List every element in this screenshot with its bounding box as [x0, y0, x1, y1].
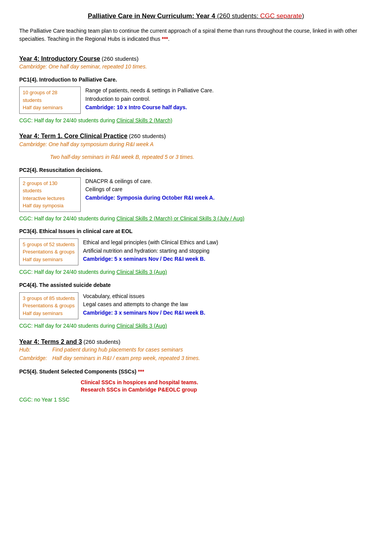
pc3-cgc-link: Clinical Skills 3 (Aug)	[116, 269, 167, 275]
page-title: Palliative Care in New Curriculum: Year …	[19, 12, 373, 21]
pc1-content-line2: Introduction to pain control.	[85, 95, 214, 103]
cgc-separate: CGC separate	[260, 12, 302, 20]
title-text: Palliative Care in New Curriculum: Year …	[88, 12, 215, 20]
pc1-content-line1: Range of patients, needs & settings in P…	[85, 87, 214, 95]
year4-term1-students: (260 students)	[129, 133, 166, 139]
pc1-cgc: CGC: Half day for 24/40 students during …	[19, 117, 373, 125]
pc3-row: 5 groups of 52 students Presentations & …	[19, 238, 373, 266]
pc4-content: Vocabulary, ethical issues Legal cases a…	[83, 292, 205, 320]
intro-paragraph: The Palliative Care teaching team plan t…	[19, 27, 373, 43]
year4-intro-subtitle: Cambridge: One half day seminar, repeate…	[19, 63, 373, 71]
pc4-content-line1: Vocabulary, ethical issues	[83, 292, 205, 301]
pc2-content-line1: DNACPR & ceilings of care.	[85, 177, 214, 186]
pc2-box-line3: Half day symposia	[23, 202, 77, 210]
pc3-box-line3: Half day seminars	[23, 256, 75, 263]
pc2-cgc: CGC: Half day for 24/40 students during …	[19, 215, 373, 223]
pc1-content: Range of patients, needs & settings in P…	[85, 87, 214, 114]
year4-terms23-cambridge-row: Cambridge: Half day seminars in R&I / ex…	[19, 355, 373, 362]
year4-terms23-students: (260 students)	[83, 338, 120, 345]
pc4-row: 3 groups of 85 students Presentations & …	[19, 292, 373, 320]
pc2-cambridge: Cambridge: Symposia during October R&I w…	[85, 194, 214, 202]
title-suffix: (260 students:	[217, 12, 260, 20]
pc2-content: DNACPR & ceilings of care. Ceilings of c…	[85, 177, 214, 212]
pc5-ssc-line1: Clinical SSCs in hospices and hospital t…	[81, 379, 373, 387]
pc1-title: PC1(4). Introduction to Palliative Care.	[19, 76, 373, 84]
pc5-cgc: CGC: no Year 1 SSC	[19, 396, 373, 404]
pc2-box-line2: Interactive lectures	[23, 195, 77, 202]
year4-terms23-title-text: Year 4: Terms 2 and 3	[19, 338, 82, 345]
cambridge-label: Cambridge:	[19, 355, 50, 362]
pc1-box-line2: Half day seminars	[23, 104, 77, 112]
pc2-info-box: 2 groups of 130 students Interactive lec…	[19, 177, 81, 212]
pc3-content-line1: Ethical and legal principles (with Clini…	[83, 238, 218, 247]
pc1-row: 10 groups of 28 students Half day semina…	[19, 87, 373, 114]
cambridge-text: Half day seminars in R&I / exam prep wee…	[52, 355, 200, 362]
pc2-box-line1: 2 groups of 130 students	[23, 180, 77, 195]
pc4-cambridge: Cambridge: 3 x seminars Nov / Dec R&I we…	[83, 309, 205, 317]
pc5-asterisks: ***	[138, 368, 144, 375]
year4-intro-title: Year 4: Introductory Course (260 student…	[19, 55, 373, 63]
pc4-box-line1: 3 groups of 85 students	[23, 295, 75, 302]
pc4-info-box: 3 groups of 85 students Presentations & …	[19, 292, 78, 320]
year4-term1-title-row: Year 4: Term 1. Core Clinical Practice (…	[19, 132, 373, 140]
pc1-info-box: 10 groups of 28 students Half day semina…	[19, 87, 81, 114]
pc5-section: PC5(4). Student Selected Components (SSC…	[19, 368, 373, 403]
asterisks-main: ***	[162, 36, 168, 42]
pc3-cgc: CGC: Half day for 24/40 students during …	[19, 268, 373, 276]
pc2-cgc-link: Clinical Skills 2 (March) or Clinical Sk…	[116, 215, 244, 222]
year4-terms23-hub-row: Hub: Find patient during hub placements …	[19, 346, 373, 354]
pc3-info-box: 5 groups of 52 students Presentations & …	[19, 238, 78, 266]
pc5-title: PC5(4). Student Selected Components (SSC…	[19, 368, 373, 376]
pc3-section: PC3(4). Ethical Issues in clinical care …	[19, 228, 373, 276]
pc4-section: PC4(4). The assisted suicide debate 3 gr…	[19, 282, 373, 330]
pc4-title: PC4(4). The assisted suicide debate	[19, 282, 373, 289]
pc5-ssc-line2: Research SSCs in Cambridge P&EOLC group	[81, 386, 373, 394]
year4-term1-subtitle1: Cambridge: One half day symposium during…	[19, 141, 373, 148]
year4-intro-section: Year 4: Introductory Course (260 student…	[19, 55, 373, 125]
hub-label: Hub:	[19, 346, 50, 354]
year4-terms23-title-row: Year 4: Terms 2 and 3 (260 students)	[19, 338, 373, 346]
hub-text: Find patient during hub placements for c…	[52, 346, 183, 354]
pc3-title: PC3(4). Ethical Issues in clinical care …	[19, 228, 373, 235]
year4-term1-subtitle2: Two half-day seminars in R&I week B, rep…	[50, 153, 373, 161]
intro-text: The Palliative Care teaching team plan t…	[19, 28, 357, 42]
pc3-content-line2: Artificial nutrition and hydration: star…	[83, 247, 218, 255]
pc4-cgc-link: Clinical Skills 3 (Aug)	[116, 323, 167, 329]
pc4-content-line2: Legal cases and attempts to change the l…	[83, 300, 205, 309]
pc2-title: PC2(4). Resuscitation decisions.	[19, 167, 373, 174]
intro-end: .	[168, 36, 169, 42]
year4-term1-section: Year 4: Term 1. Core Clinical Practice (…	[19, 132, 373, 330]
pc3-content: Ethical and legal principles (with Clini…	[83, 238, 218, 266]
year4-term1-title-text: Year 4: Term 1. Core Clinical Practice	[19, 133, 128, 139]
pc5-title-text: PC5(4). Student Selected Components (SSC…	[19, 368, 138, 375]
pc2-section: PC2(4). Resuscitation decisions. 2 group…	[19, 167, 373, 222]
pc3-box-line1: 5 groups of 52 students	[23, 241, 75, 248]
pc4-box-line2: Presentations & groups	[23, 302, 75, 310]
pc1-cambridge: Cambridge: 10 x Intro Course half days.	[85, 103, 214, 112]
pc2-content-line2: Ceilings of care	[85, 185, 214, 194]
pc5-ssc-box: Clinical SSCs in hospices and hospital t…	[81, 379, 373, 394]
pc3-box-line2: Presentations & groups	[23, 248, 75, 256]
year4-intro-title-text: Year 4: Introductory Course	[19, 55, 100, 62]
pc1-box-line1: 10 groups of 28 students	[23, 89, 77, 104]
pc2-row: 2 groups of 130 students Interactive lec…	[19, 177, 373, 212]
pc3-cambridge: Cambridge: 5 x seminars Nov / Dec R&I we…	[83, 255, 218, 263]
pc1-cgc-link: Clinical Skills 2 (March)	[116, 117, 172, 123]
pc1-section: PC1(4). Introduction to Palliative Care.…	[19, 76, 373, 125]
pc4-box-line3: Half day seminars	[23, 310, 75, 317]
pc4-cgc: CGC: Half day for 24/40 students during …	[19, 322, 373, 330]
year4-terms23-section: Year 4: Terms 2 and 3 (260 students) Hub…	[19, 338, 373, 404]
title-end: )	[302, 12, 304, 20]
